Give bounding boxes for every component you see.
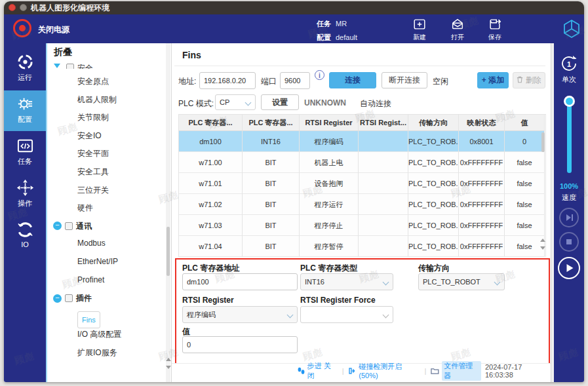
tree-item-8[interactable]: 通讯: [76, 221, 92, 232]
nav-item-config[interactable]: 配置: [4, 90, 46, 131]
collision-icon: [349, 367, 357, 375]
add-button[interactable]: + 添加: [477, 72, 509, 88]
stop-icon: [560, 233, 578, 250]
single-mode-label: 单次: [554, 75, 584, 85]
disconnect-button[interactable]: 断开连接: [382, 72, 427, 88]
new-file-icon: [412, 17, 427, 31]
table-row[interactable]: w71.03BIT程序停止PLC_TO_ROB...0xFFFFFFFFfals…: [179, 215, 545, 236]
svg-text:1: 1: [567, 60, 571, 68]
table-cell: 程序暂停: [300, 236, 359, 257]
table-row[interactable]: w71.02BIT程序运行PLC_TO_ROB...0xFFFFFFFFfals…: [179, 194, 545, 215]
tree-item-modbus[interactable]: Modbus: [77, 239, 106, 248]
tree-item-[interactable]: 关节限制: [77, 112, 109, 123]
table-cell: 0xFFFFFFFF: [459, 236, 505, 257]
plc-mode-select[interactable]: CP: [215, 94, 256, 110]
speed-label: 速度: [554, 193, 584, 203]
collapse-icon[interactable]: −: [53, 222, 62, 230]
table-cell: PLC_TO_ROB...: [408, 152, 459, 173]
table-cell: 机器上电: [300, 152, 359, 173]
column-header: PLC 寄存器...: [179, 115, 243, 131]
table-cell: false: [505, 236, 545, 257]
tree-item-io[interactable]: 扩展IO服务: [77, 347, 117, 358]
tree-item-io[interactable]: 安全IO: [77, 130, 102, 142]
window-title: 机器人图形化编程环境: [31, 1, 109, 14]
table-cell: BIT: [243, 152, 300, 173]
brand-logo-icon: [561, 18, 582, 39]
power-button[interactable]: [13, 19, 31, 37]
record-icon: [19, 25, 26, 31]
table-scroll-up-icon[interactable]: [540, 239, 545, 242]
info-icon[interactable]: i: [315, 70, 324, 80]
speed-slider-track[interactable]: [567, 98, 572, 173]
play-icon: [559, 258, 579, 278]
window-close-button[interactable]: [9, 4, 16, 11]
table-cell: PLC_TO_ROB...: [408, 215, 459, 236]
nav-item-io[interactable]: IO: [4, 216, 46, 257]
tree-item-[interactable]: 安全工具: [77, 166, 109, 178]
tree-scroll-up-icon[interactable]: [166, 358, 171, 361]
table-cell: false: [505, 215, 545, 236]
step-next-button[interactable]: [559, 208, 579, 227]
table-cell: 0xFFFFFFFF: [459, 194, 505, 215]
config-value: default: [336, 33, 357, 41]
tree-item-[interactable]: 安全平面: [77, 148, 109, 159]
table-row[interactable]: w71.00BIT机器上电PLC_TO_ROB...0xFFFFFFFFfals…: [179, 152, 545, 173]
rtsi-register-select[interactable]: 程序编码: [182, 306, 298, 323]
chevron-down-icon: [383, 279, 389, 286]
table-cell: [359, 152, 408, 173]
table-cell: false: [505, 152, 545, 173]
tree-item-12[interactable]: 插件: [76, 293, 92, 304]
speed-slider-handle[interactable]: [564, 96, 575, 107]
tree-item-[interactable]: 硬件: [77, 203, 93, 214]
play-button[interactable]: [558, 257, 580, 279]
tree-item-profinet[interactable]: Profinet: [77, 275, 104, 284]
nav-item-run[interactable]: 运行: [4, 48, 46, 89]
chevron-down-icon: [287, 312, 294, 318]
window-minimize-button[interactable]: [20, 4, 27, 11]
tree-item-fins[interactable]: Fins: [77, 311, 100, 328]
rtsi-force-select[interactable]: [300, 306, 393, 323]
tree-panel: 折叠 安全 安全原点机器人限制关节限制安全IO安全平面安全工具三位开关硬件−通讯…: [46, 43, 172, 382]
connect-button[interactable]: 连接: [329, 72, 376, 88]
save-button[interactable]: 保存: [480, 17, 509, 42]
new-button[interactable]: 新建: [405, 17, 434, 42]
run-icon: [16, 53, 34, 71]
tree-scroll-down-icon[interactable]: [166, 366, 171, 369]
address-input[interactable]: 192.168.0.20: [199, 72, 256, 89]
table-scroll-down-icon[interactable]: [540, 246, 545, 250]
table-cell: 0: [505, 131, 545, 152]
table-cell: INT16: [243, 131, 300, 152]
stop-button[interactable]: [559, 232, 579, 252]
table-cell: BIT: [243, 194, 300, 215]
collapse-icon[interactable]: −: [53, 294, 62, 303]
tree-scrollbar-thumb[interactable]: [167, 227, 170, 276]
nav-item-task[interactable]: 任务: [4, 132, 46, 173]
plc-type-select[interactable]: INT16: [300, 273, 393, 290]
port-input[interactable]: 9600: [280, 72, 310, 89]
address-label: 地址:: [178, 76, 196, 87]
tree-item-[interactable]: 三位开关: [77, 185, 109, 196]
timestamp: 2024-07-17 16:03:38: [485, 363, 551, 379]
tree-item-[interactable]: 安全原点: [77, 76, 109, 87]
tree-connector: [46, 43, 47, 277]
step-status[interactable]: 步进 关闭: [307, 361, 338, 381]
tree-scrollbar[interactable]: [166, 43, 170, 382]
tree-item-ethernetip[interactable]: EtherNet/IP: [77, 257, 118, 266]
direction-select[interactable]: PLC_TO_ROBOT: [418, 273, 505, 290]
table-scrollbar-thumb[interactable]: [541, 132, 545, 152]
delete-button[interactable]: 删除: [513, 72, 545, 88]
nav-item-operate[interactable]: 操作: [4, 174, 46, 215]
tree-item-io[interactable]: I/O 高级配置: [77, 329, 121, 340]
tree-item-[interactable]: 机器人限制: [77, 94, 117, 106]
set-button[interactable]: 设置: [261, 94, 299, 110]
table-row[interactable]: w71.04BIT程序暂停PLC_TO_ROB...0xFFFFFFFFfals…: [179, 236, 545, 257]
task-label: 任务: [317, 20, 331, 28]
table-row[interactable]: w71.01BIT设备抱闸PLC_TO_ROB...0xFFFFFFFFfals…: [179, 173, 545, 194]
plc-addr-input[interactable]: dm100: [182, 273, 298, 290]
value-input[interactable]: 0: [182, 336, 298, 353]
open-button[interactable]: 打开: [443, 17, 472, 42]
table-row[interactable]: dm100INT16程序编码PLC_TO_ROB...0x80010: [179, 131, 545, 152]
collision-status[interactable]: 碰撞检测开启(50%): [359, 362, 420, 379]
single-cycle-icon[interactable]: 1: [559, 54, 579, 73]
file-manager-link[interactable]: 文件管理器: [442, 361, 481, 381]
